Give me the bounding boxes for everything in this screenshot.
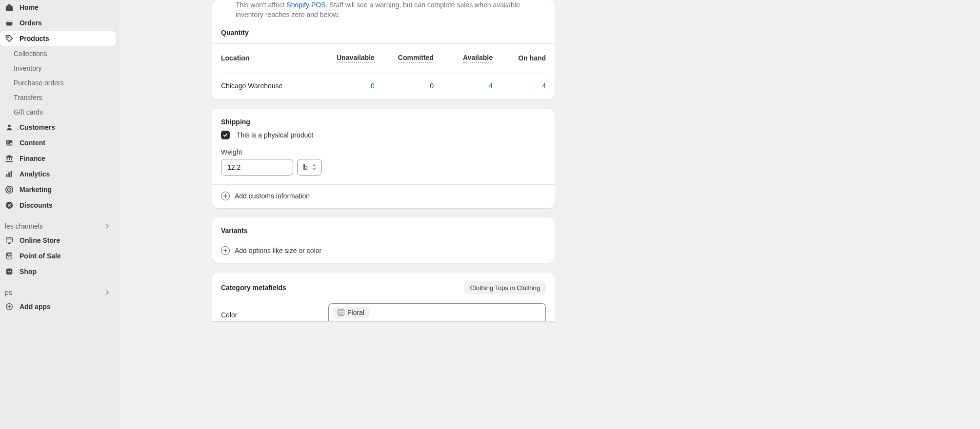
select-arrows-icon: [312, 164, 317, 171]
nav-label: Home: [20, 3, 39, 11]
section-label: ps: [5, 289, 12, 296]
analytics-icon: [5, 170, 14, 178]
nav-label: Orders: [20, 19, 42, 27]
inventory-card: This won't affect Shopify POS. Staff wil…: [212, 0, 555, 99]
color-chip[interactable]: Floral: [333, 307, 369, 318]
nav-collections[interactable]: Collections: [0, 47, 116, 60]
physical-product-row: This is a physical product: [212, 131, 555, 141]
row-unavailable[interactable]: 0: [316, 82, 375, 90]
nav-orders[interactable]: Orders: [0, 16, 116, 30]
section-apps: ps: [0, 286, 116, 299]
nav-label: Collections: [14, 50, 47, 58]
col-available: Available: [434, 54, 493, 63]
weight-unit-select[interactable]: lb: [297, 159, 322, 176]
plus-circle-icon: [5, 302, 14, 311]
metafields-card: Category metafields Clothing Tops in Clo…: [212, 273, 555, 321]
section-label: les channels: [5, 222, 43, 230]
variants-title: Variants: [212, 218, 555, 239]
main-content: This won't affect Shopify POS. Staff wil…: [120, 0, 980, 429]
nav-label: Online Store: [20, 236, 60, 244]
nav-discounts[interactable]: Discounts: [0, 198, 116, 213]
nav-label: Content: [20, 139, 45, 147]
nav-label: Customers: [20, 123, 55, 131]
quantity-heading: Quantity: [212, 20, 555, 43]
col-unavailable: Unavailable: [316, 54, 375, 63]
nav-home[interactable]: Home: [0, 0, 116, 15]
weight-input[interactable]: [221, 159, 293, 176]
inventory-row: Chicago Warehouse 0 0 4 4: [221, 73, 546, 99]
add-customs-button[interactable]: Add customs information: [212, 185, 555, 208]
plus-circle-icon: [221, 192, 230, 200]
svg-rect-15: [6, 238, 13, 242]
category-badge[interactable]: Clothing Tops in Clothing: [464, 281, 546, 294]
variants-card: Variants Add options like size or color: [212, 218, 555, 263]
nav-online-store[interactable]: Online Store: [0, 233, 116, 248]
row-on-hand[interactable]: 4: [493, 82, 546, 90]
nav-label: Products: [20, 35, 49, 42]
nav-gift-cards[interactable]: Gift cards: [0, 105, 116, 119]
discounts-icon: [5, 201, 14, 210]
online-store-icon: [5, 236, 14, 245]
chevron-right-icon[interactable]: [104, 289, 111, 296]
shopify-pos-link[interactable]: Shopify POS: [286, 1, 325, 9]
nav-label: Analytics: [20, 170, 50, 178]
nav-inventory[interactable]: Inventory: [0, 61, 116, 75]
chip-label: Floral: [347, 309, 364, 316]
weight-field: Weight lb: [212, 141, 555, 184]
svg-point-14: [10, 206, 11, 207]
nav-label: Add apps: [20, 303, 51, 311]
metafields-header: Category metafields Clothing Tops in Clo…: [212, 273, 555, 300]
nav-label: Gift cards: [14, 108, 43, 116]
content-icon: [5, 138, 14, 147]
svg-rect-8: [11, 171, 12, 177]
customers-icon: [5, 123, 14, 132]
svg-point-18: [8, 256, 9, 257]
add-options-button[interactable]: Add options like size or color: [212, 239, 555, 263]
row-location: Chicago Warehouse: [221, 82, 316, 90]
svg-point-11: [9, 189, 10, 190]
physical-checkbox[interactable]: [221, 131, 230, 139]
shipping-title: Shipping: [212, 109, 555, 131]
nav-add-apps[interactable]: Add apps: [0, 299, 116, 314]
metafields-title: Category metafields: [221, 284, 286, 292]
add-customs-label: Add customs information: [235, 192, 310, 200]
shop-icon: [5, 267, 14, 276]
row-available[interactable]: 4: [434, 82, 493, 90]
color-field[interactable]: Floral: [328, 303, 546, 321]
nav-point-of-sale[interactable]: Point of Sale: [0, 249, 116, 263]
nav-customers[interactable]: Customers: [0, 120, 116, 135]
svg-point-19: [10, 256, 10, 257]
finance-icon: [5, 154, 14, 163]
nav-analytics[interactable]: Analytics: [0, 167, 116, 181]
sidebar: Home Orders Products Collections Invento…: [0, 0, 120, 429]
chevron-right-icon[interactable]: [104, 223, 111, 230]
plus-circle-icon: [221, 246, 230, 255]
nav-finance[interactable]: Finance: [0, 151, 116, 166]
svg-rect-7: [8, 172, 10, 177]
nav-label: Purchase orders: [14, 79, 64, 87]
color-label: Color: [221, 305, 309, 319]
add-options-label: Add options like size or color: [235, 247, 321, 254]
nav-purchase-orders[interactable]: Purchase orders: [0, 76, 116, 90]
col-on-hand: On hand: [493, 54, 546, 62]
nav-label: Point of Sale: [20, 252, 61, 260]
inventory-helper-text: This won't affect Shopify POS. Staff wil…: [212, 0, 555, 20]
nav-shop[interactable]: Shop: [0, 264, 116, 279]
section-sales-channels: les channels: [0, 219, 116, 233]
nav-transfers[interactable]: Transfers: [0, 91, 116, 104]
nav-label: Finance: [20, 155, 45, 162]
svg-rect-1: [6, 20, 13, 22]
svg-rect-6: [6, 174, 8, 177]
nav-label: Discounts: [20, 201, 53, 209]
weight-label: Weight: [221, 148, 546, 156]
orders-icon: [5, 19, 14, 27]
metafield-row-color: Color Floral: [212, 300, 555, 321]
nav-content[interactable]: Content: [0, 136, 116, 150]
row-committed: 0: [375, 82, 434, 90]
nav-marketing[interactable]: Marketing: [0, 182, 116, 197]
svg-point-5: [7, 141, 9, 143]
svg-point-3: [8, 125, 10, 127]
nav-products[interactable]: Products: [0, 31, 116, 46]
marketing-icon: [5, 185, 14, 194]
inventory-table: Location Unavailable Committed Available…: [212, 43, 555, 99]
